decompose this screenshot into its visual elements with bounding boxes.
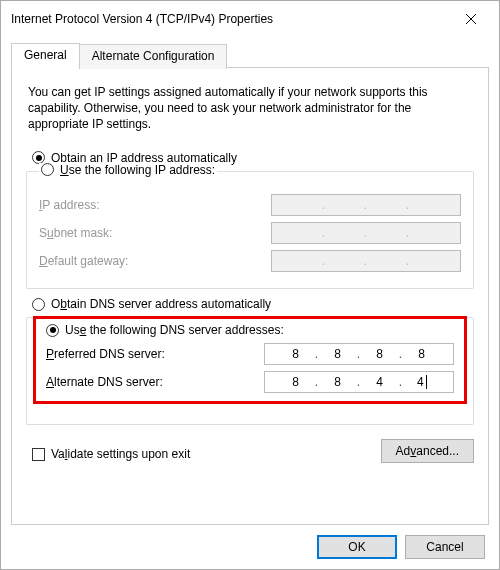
close-icon [466,14,476,24]
radio-ip-manual-label: Use the following IP address: [60,163,215,177]
titlebar: Internet Protocol Version 4 (TCP/IPv4) P… [1,1,499,37]
octet: 8 [321,347,355,361]
field-subnet-mask: Subnet mask: ... [39,222,461,244]
field-preferred-dns: Preferred DNS server: 8. 8. 8. 8 [46,343,454,365]
radio-dns-auto-label: Obtain DNS server address automatically [51,297,271,311]
client-area: General Alternate Configuration You can … [1,37,499,569]
close-button[interactable] [451,7,491,31]
dns-manual-group: Use the following DNS server addresses: … [26,317,474,425]
intro-text: You can get IP settings assigned automat… [28,84,472,133]
validate-label: Validate settings upon exit [51,447,190,461]
octet: 8 [321,375,355,389]
octet: 8 [405,347,439,361]
radio-ip-manual[interactable]: Use the following IP address: [39,163,217,177]
subnet-mask-input: ... [271,222,461,244]
advanced-row: Validate settings upon exit Advanced... [26,439,474,463]
ok-button[interactable]: OK [317,535,397,559]
dialog-window: Internet Protocol Version 4 (TCP/IPv4) P… [0,0,500,570]
checkbox-validate-settings[interactable]: Validate settings upon exit [32,447,190,461]
window-title: Internet Protocol Version 4 (TCP/IPv4) P… [11,12,273,26]
tab-panel-general: You can get IP settings assigned automat… [11,67,489,525]
tab-general[interactable]: General [11,43,80,68]
checkbox-icon [32,448,45,461]
radio-icon [46,324,59,337]
ip-manual-group: Use the following IP address: IP address… [26,171,474,290]
tab-alternate-configuration[interactable]: Alternate Configuration [79,44,228,69]
alternate-dns-label: Alternate DNS server: [46,375,163,389]
cancel-button[interactable]: Cancel [405,535,485,559]
subnet-mask-label: Subnet mask: [39,226,112,240]
radio-icon [41,163,54,176]
radio-icon [32,298,45,311]
radio-dns-manual-label: Use the following DNS server addresses: [65,323,284,337]
octet: 8 [279,375,313,389]
dialog-buttons: OK Cancel [11,525,489,559]
octet: 8 [363,347,397,361]
octet: 4 [405,375,439,390]
preferred-dns-label: Preferred DNS server: [46,347,165,361]
radio-dns-manual[interactable]: Use the following DNS server addresses: [46,323,454,337]
default-gateway-input: ... [271,250,461,272]
alternate-dns-input[interactable]: 8. 8. 4. 4 [264,371,454,393]
radio-dns-auto[interactable]: Obtain DNS server address automatically [32,297,474,311]
advanced-button[interactable]: Advanced... [381,439,474,463]
default-gateway-label: Default gateway: [39,254,128,268]
octet: 4 [363,375,397,389]
field-default-gateway: Default gateway: ... [39,250,461,272]
highlight-box: Use the following DNS server addresses: … [33,316,467,404]
ip-address-input: ... [271,194,461,216]
preferred-dns-input[interactable]: 8. 8. 8. 8 [264,343,454,365]
text-caret [426,375,427,389]
ip-address-label: IP address: [39,198,100,212]
field-ip-address: IP address: ... [39,194,461,216]
tab-strip: General Alternate Configuration [11,43,489,68]
field-alternate-dns: Alternate DNS server: 8. 8. 4. 4 [46,371,454,393]
octet: 8 [279,347,313,361]
